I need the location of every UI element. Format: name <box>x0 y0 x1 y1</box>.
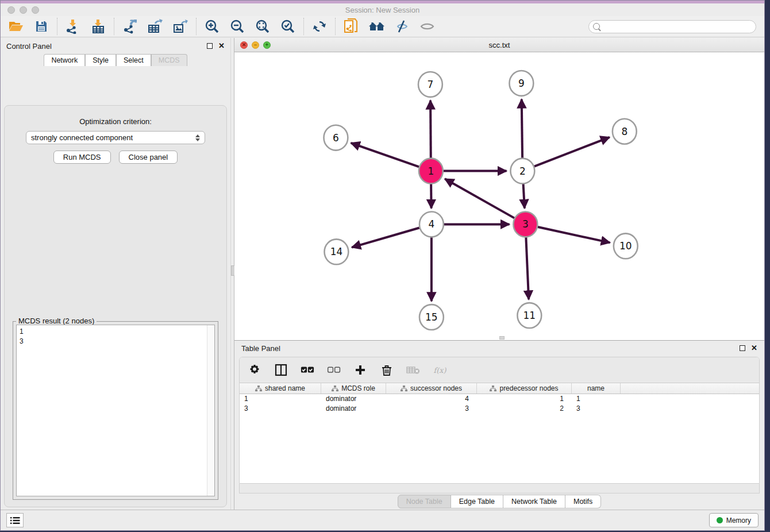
tab-mcds[interactable]: MCDS <box>151 54 187 66</box>
settings-gear-icon[interactable] <box>248 362 261 378</box>
network-view-titlebar[interactable]: ✕ − + scc.txt <box>234 38 764 52</box>
close-table-panel-icon[interactable]: ✕ <box>751 345 757 351</box>
table-cell[interactable]: dominator <box>321 394 386 404</box>
memory-button[interactable]: Memory <box>709 513 759 527</box>
hierarchy-icon <box>490 385 496 392</box>
node-9[interactable]: 9 <box>509 71 533 96</box>
unselect-all-columns-icon[interactable] <box>327 362 341 378</box>
function-builder-icon[interactable]: f(x) <box>433 362 446 378</box>
close-panel-button[interactable]: Close panel <box>119 151 178 164</box>
table-cell[interactable]: 3 <box>386 404 477 414</box>
zoom-selected-icon[interactable] <box>279 18 297 34</box>
show-graphics-icon[interactable] <box>418 18 436 34</box>
table-tabs: Node Table Edge Table Network Table Moti… <box>234 495 764 508</box>
save-session-icon[interactable] <box>33 18 50 34</box>
run-mcds-button[interactable]: Run MCDS <box>53 151 111 164</box>
table-cell[interactable]: 1 <box>240 394 321 404</box>
vertical-splitter[interactable] <box>230 38 234 510</box>
node-4[interactable]: 4 <box>419 211 444 237</box>
export-network-icon[interactable] <box>121 18 138 34</box>
zoom-out-icon[interactable] <box>229 18 246 34</box>
edge-3-11[interactable] <box>526 237 529 299</box>
edge-2-3[interactable] <box>523 184 525 209</box>
control-panel: Control Panel ✕ Network Style Select MCD… <box>1 38 230 510</box>
close-panel-icon[interactable]: ✕ <box>218 43 225 49</box>
tab-network-table[interactable]: Network Table <box>503 495 565 508</box>
node-label: 8 <box>621 126 627 137</box>
select-all-columns-icon[interactable] <box>301 362 314 378</box>
node-6[interactable]: 6 <box>324 125 348 151</box>
toggle-column-panel-icon[interactable] <box>274 362 288 378</box>
node-10[interactable]: 10 <box>614 233 638 259</box>
float-table-panel-icon[interactable] <box>740 345 745 351</box>
edge-4-14[interactable] <box>352 228 419 248</box>
zoom-in-icon[interactable] <box>203 18 221 34</box>
tab-node-table[interactable]: Node Table <box>398 495 451 508</box>
delete-column-icon[interactable] <box>380 362 394 378</box>
table-cell[interactable]: 1 <box>572 394 621 404</box>
edge-1-6[interactable] <box>351 143 419 167</box>
status-bar: Memory <box>1 510 764 530</box>
node-15[interactable]: 15 <box>419 304 444 330</box>
hide-graphics-icon[interactable] <box>393 18 410 34</box>
dropdown-stepper-icon <box>195 134 200 141</box>
edge-3-1[interactable] <box>445 179 514 218</box>
table-cell[interactable]: 4 <box>386 394 477 404</box>
node-3[interactable]: 3 <box>513 211 537 237</box>
table-cell[interactable]: dominator <box>321 404 386 414</box>
network-close-button[interactable]: ✕ <box>240 41 248 49</box>
tab-edge-table[interactable]: Edge Table <box>451 495 503 508</box>
table-cell[interactable]: 3 <box>240 404 321 414</box>
search-input[interactable] <box>600 22 756 30</box>
node-14[interactable]: 14 <box>324 239 348 264</box>
edge-3-10[interactable] <box>538 227 610 242</box>
session-title: Session: New Session <box>1 6 764 14</box>
tab-network[interactable]: Network <box>44 54 85 66</box>
node-7[interactable]: 7 <box>418 72 442 97</box>
table-row[interactable]: 1dominator411 <box>240 394 759 404</box>
column-header-name[interactable]: name <box>572 383 621 394</box>
add-column-icon[interactable] <box>353 362 367 378</box>
tab-style[interactable]: Style <box>85 54 116 66</box>
result-scrollbar[interactable] <box>207 325 214 496</box>
node-8[interactable]: 8 <box>613 119 637 144</box>
network-graph[interactable]: 7968124314101511 <box>234 52 764 340</box>
export-table-icon[interactable] <box>147 18 164 34</box>
network-maximize-button[interactable]: + <box>263 41 271 49</box>
import-network-icon[interactable] <box>64 18 82 34</box>
float-panel-icon[interactable] <box>207 43 213 49</box>
table-cell[interactable]: 1 <box>477 394 572 404</box>
network-snapshot-icon[interactable] <box>342 18 360 34</box>
network-canvas[interactable]: 7968124314101511 <box>234 52 764 340</box>
criterion-dropdown[interactable]: strongly connected component <box>26 131 205 144</box>
canvas-scroll-thumb[interactable] <box>499 336 505 340</box>
zoom-fit-icon[interactable] <box>254 18 271 34</box>
table-cell[interactable] <box>621 404 759 414</box>
node-2[interactable]: 2 <box>510 159 534 184</box>
tab-motifs[interactable]: Motifs <box>565 495 601 508</box>
edge-1-7[interactable] <box>430 101 431 159</box>
node-1[interactable]: 1 <box>419 159 443 184</box>
table-cell[interactable]: 2 <box>477 404 572 414</box>
edge-2-8[interactable] <box>534 137 610 167</box>
table-cell[interactable]: 3 <box>572 404 621 414</box>
table-cell[interactable] <box>621 394 759 404</box>
refresh-layout-icon[interactable] <box>311 18 328 34</box>
column-header-shared-name[interactable]: shared name <box>240 383 321 394</box>
tab-select[interactable]: Select <box>116 54 151 66</box>
import-table-icon[interactable] <box>90 18 107 34</box>
column-header-successor-nodes[interactable]: successor nodes <box>386 383 477 394</box>
table-row[interactable]: 3dominator323 <box>240 404 759 414</box>
column-header-predecessor-nodes[interactable]: predecessor nodes <box>477 383 572 394</box>
home-icon[interactable] <box>368 18 385 34</box>
node-label: 6 <box>333 132 339 144</box>
network-minimize-button[interactable]: − <box>252 41 259 49</box>
delete-table-icon[interactable] <box>406 362 420 378</box>
table-panel-title: Table Panel <box>241 344 280 353</box>
export-image-icon[interactable] <box>172 18 189 34</box>
task-history-button[interactable] <box>6 513 24 527</box>
edge-2-9[interactable] <box>522 99 522 159</box>
node-11[interactable]: 11 <box>517 303 541 328</box>
open-session-icon[interactable] <box>7 18 25 34</box>
column-header-mcds-role[interactable]: MCDS role <box>321 383 386 394</box>
